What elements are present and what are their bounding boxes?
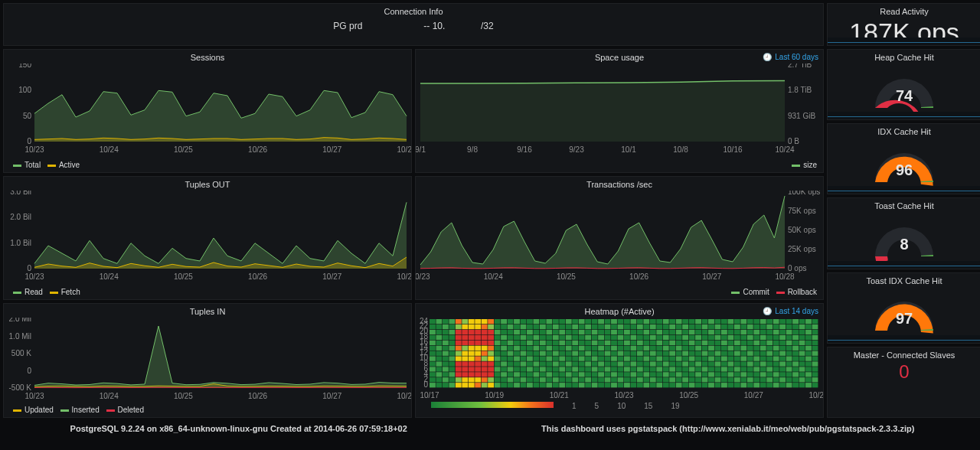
svg-rect-748 (650, 377, 656, 382)
svg-rect-691 (669, 372, 675, 377)
svg-rect-738 (585, 377, 591, 382)
heatmap-title: Heatmap (#Active) (416, 304, 823, 318)
svg-rect-341 (734, 341, 740, 345)
svg-rect-416 (443, 351, 449, 356)
heatmap-timelink[interactable]: 🕘Last 14 days (763, 307, 818, 315)
svg-rect-574 (689, 361, 695, 366)
svg-rect-596 (443, 367, 449, 371)
svg-rect-56 (443, 319, 449, 324)
heap-gauge-value: 74 (896, 86, 913, 104)
svg-rect-817 (708, 383, 714, 387)
svg-rect-177 (449, 330, 455, 334)
svg-rect-610 (533, 367, 539, 371)
svg-rect-394 (689, 346, 695, 351)
svg-rect-830 (792, 383, 799, 387)
svg-rect-305 (501, 341, 507, 345)
svg-rect-355 (436, 346, 442, 351)
toast-sparkline (828, 261, 980, 269)
tps-legend: Commit Rollback (727, 288, 817, 296)
legend-read: Read (24, 288, 43, 296)
svg-rect-598 (456, 367, 462, 371)
svg-rect-184 (495, 330, 501, 334)
svg-rect-264 (624, 335, 630, 340)
svg-rect-99 (721, 319, 727, 324)
svg-rect-57 (449, 319, 455, 324)
tuples-out-panel[interactable]: Tuples OUT 01.0 Bil2.0 Bil3.0 Bil10/2310… (3, 176, 412, 300)
tuples-in-panel[interactable]: Tuples IN -500 K0500 K1.0 Mil2.0 Mil10/2… (3, 303, 412, 418)
svg-rect-482 (482, 356, 488, 360)
svg-rect-507 (643, 356, 649, 360)
svg-rect-393 (682, 346, 688, 351)
space-title: Space usage (416, 50, 823, 64)
svg-rect-79 (592, 319, 598, 324)
svg-rect-537 (449, 361, 455, 366)
tuples-in-chart[interactable]: -500 K0500 K1.0 Mil2.0 Mil10/2310/2410/2… (4, 318, 411, 402)
svg-rect-659 (462, 372, 468, 377)
svg-rect-712 (805, 372, 812, 377)
svg-rect-760 (727, 377, 733, 382)
svg-rect-605 (501, 367, 507, 371)
hm-scale-15: 15 (644, 402, 652, 410)
svg-rect-641 (734, 367, 740, 371)
svg-rect-143 (618, 324, 624, 329)
svg-text:10/17: 10/17 (420, 391, 439, 399)
space-legend: size (787, 161, 817, 169)
svg-rect-612 (546, 367, 552, 371)
svg-rect-806 (637, 383, 643, 387)
read-activity-panel: Read Activity 187K ops (827, 3, 980, 46)
svg-rect-418 (456, 351, 462, 356)
svg-text:10/25: 10/25 (174, 272, 193, 281)
svg-rect-704 (753, 372, 760, 377)
svg-rect-438 (585, 351, 591, 356)
svg-rect-109 (786, 319, 792, 324)
svg-rect-733 (553, 377, 559, 382)
svg-rect-645 (760, 367, 766, 371)
svg-rect-216 (702, 330, 708, 334)
sessions-chart[interactable]: 05010015010/2310/2410/2510/2610/2710/28 (4, 64, 411, 155)
svg-rect-786 (508, 383, 514, 387)
svg-rect-254 (559, 335, 565, 340)
svg-rect-602 (482, 367, 488, 371)
svg-rect-588 (779, 361, 786, 366)
svg-rect-729 (527, 377, 533, 382)
svg-rect-503 (618, 356, 624, 360)
svg-rect-829 (786, 383, 792, 387)
svg-rect-319 (592, 341, 598, 345)
svg-text:2.0 Mil: 2.0 Mil (9, 318, 31, 323)
svg-rect-531 (799, 356, 805, 360)
tps-chart[interactable]: 0 ops25K ops50K ops75K ops100K ops10/231… (416, 191, 823, 282)
heatmap-panel[interactable]: Heatmap (#Active) 🕘Last 14 days 02468101… (415, 303, 824, 418)
heatmap-chart[interactable]: 02468101214161820222410/1710/1910/2110/2… (416, 318, 823, 400)
svg-text:10/23: 10/23 (24, 145, 44, 154)
svg-rect-639 (721, 367, 727, 371)
svg-rect-214 (689, 330, 695, 334)
svg-rect-703 (747, 372, 753, 377)
sessions-panel[interactable]: Sessions 05010015010/2310/2410/2510/2610… (3, 49, 412, 173)
tps-panel[interactable]: Transactions /sec 0 ops25K ops50K ops75K… (415, 176, 824, 300)
space-chart[interactable]: 0 B931 GiB1.8 TiB2.7 TiB9/19/89/169/2310… (416, 64, 823, 155)
svg-rect-756 (702, 377, 708, 382)
svg-rect-502 (611, 356, 617, 360)
svg-rect-302 (482, 341, 488, 345)
svg-rect-804 (624, 383, 630, 387)
svg-rect-407 (773, 346, 779, 351)
svg-rect-662 (482, 372, 488, 377)
svg-rect-263 (618, 335, 624, 340)
svg-rect-133 (553, 324, 559, 329)
svg-rect-400 (727, 346, 733, 351)
svg-rect-207 (643, 330, 649, 334)
space-panel[interactable]: Space usage 🕘Last 60 days 0 B931 GiB1.8 … (415, 49, 824, 173)
svg-rect-647 (773, 367, 779, 371)
space-timelink[interactable]: 🕘Last 60 days (763, 53, 818, 61)
svg-rect-487 (514, 356, 520, 360)
svg-rect-495 (566, 356, 572, 360)
svg-rect-757 (708, 377, 714, 382)
legend-inserted: Inserted (72, 406, 100, 414)
svg-rect-485 (501, 356, 507, 360)
svg-rect-512 (676, 356, 682, 360)
connection-info-row: PG prd -- 10. /32 (4, 18, 823, 31)
tuples-out-chart[interactable]: 01.0 Bil2.0 Bil3.0 Bil10/2310/2410/2510/… (4, 191, 411, 282)
svg-rect-658 (456, 372, 462, 377)
svg-rect-232 (805, 330, 812, 334)
svg-rect-824 (753, 383, 760, 387)
